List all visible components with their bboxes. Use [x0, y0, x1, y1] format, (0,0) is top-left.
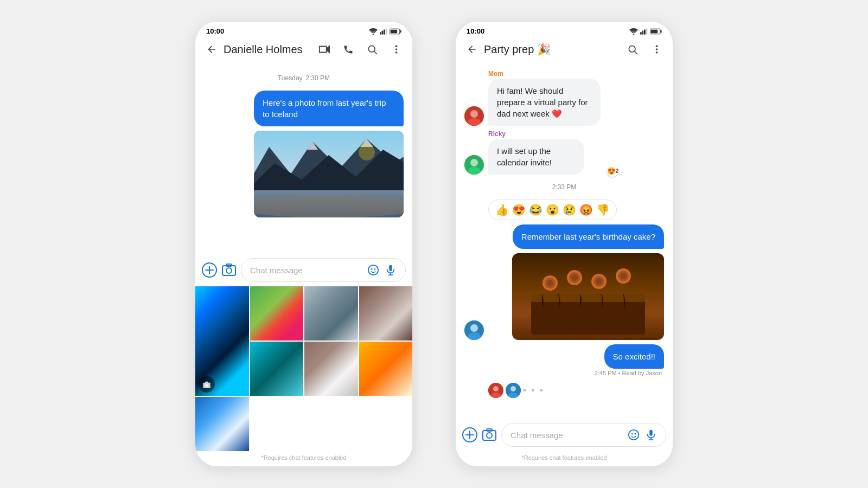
sender-mom: Mom	[488, 70, 503, 78]
reaction-wow[interactable]: 😮	[546, 203, 559, 216]
grid-photo-8[interactable]	[195, 397, 249, 451]
photo-grid-1	[195, 286, 412, 451]
grid-photo-5[interactable]	[250, 342, 304, 396]
video-call-button[interactable]	[317, 42, 332, 57]
mic-icon-2[interactable]	[645, 429, 657, 441]
sent-excited-row: So excited!! 2:45 PM • Read by Jason	[464, 344, 664, 376]
svg-point-56	[470, 324, 478, 332]
svg-point-46	[655, 45, 658, 47]
emoji-icon-2[interactable]	[628, 429, 640, 441]
group-name-text: Party prep	[484, 43, 534, 55]
emoji-icon-1[interactable]	[367, 264, 379, 276]
svg-rect-40	[646, 28, 648, 34]
search-button-1[interactable]	[365, 42, 380, 57]
status-icons-2	[629, 28, 662, 35]
chat-timestamp-1: Tuesday, 2:30 PM	[204, 74, 404, 82]
svg-point-11	[395, 48, 397, 50]
svg-rect-59	[531, 297, 645, 335]
typing-indicator: • • •	[523, 385, 544, 396]
svg-rect-82	[483, 431, 496, 440]
grid-photo-6[interactable]	[304, 342, 358, 396]
svg-point-17	[254, 196, 404, 217]
reaction-count-ricky: 2	[616, 168, 619, 174]
read-receipt: 2:45 PM • Read by Jason	[595, 370, 662, 376]
svg-rect-30	[389, 265, 392, 271]
grid-photo-4[interactable]	[359, 286, 413, 341]
cake-image	[512, 253, 664, 340]
ricky-bubble: I will set up the calendar invite!	[488, 139, 584, 175]
svg-point-50	[470, 110, 478, 118]
avatar-user	[464, 320, 484, 340]
svg-point-10	[395, 45, 397, 47]
svg-rect-1	[380, 32, 381, 34]
reaction-badge-ricky: 😍 2	[607, 165, 618, 177]
footnote-1: *Requires chat features enabled	[195, 451, 412, 466]
toolbar-icons-1	[317, 42, 404, 57]
message-input-1[interactable]: Chat message	[241, 258, 406, 282]
status-bar-1: 10:00	[195, 22, 412, 37]
message-input-2[interactable]: Chat message	[501, 423, 666, 447]
svg-point-87	[634, 433, 636, 435]
more-button-2[interactable]	[649, 42, 664, 57]
svg-point-83	[487, 433, 492, 438]
add-button-1[interactable]	[202, 262, 217, 278]
svg-point-72	[620, 273, 627, 279]
avatar-ricky	[464, 155, 484, 175]
status-icons-1	[369, 28, 401, 35]
svg-point-20	[359, 144, 375, 160]
photo-button-1[interactable]	[221, 262, 237, 278]
svg-point-48	[655, 52, 658, 54]
more-button-1[interactable]	[388, 42, 404, 57]
add-button-2[interactable]	[462, 427, 477, 442]
search-button-2[interactable]	[625, 42, 640, 57]
toolbar-icons-2	[625, 42, 664, 57]
mom-bubble: Hi fam! We should prepare a virtual part…	[488, 79, 601, 126]
chat-area-1: Tuesday, 2:30 PM Here's a photo from las…	[195, 61, 412, 254]
svg-point-0	[373, 34, 374, 35]
reaction-angry[interactable]: 😡	[579, 203, 593, 216]
input-placeholder-1: Chat message	[250, 266, 363, 275]
grid-photo-3[interactable]	[304, 286, 358, 341]
svg-line-45	[635, 52, 637, 54]
grid-photo-2[interactable]	[250, 286, 304, 341]
reaction-laugh[interactable]: 😂	[529, 203, 542, 216]
sent-bubble-3: So excited!!	[604, 344, 664, 369]
toolbar-2: Party prep 🎉	[456, 37, 673, 61]
back-button-2[interactable]	[464, 42, 480, 57]
svg-rect-2	[382, 30, 384, 34]
svg-rect-43	[651, 29, 658, 33]
reaction-bar[interactable]: 👍 😍 😂 😮 😢 😡 👎	[488, 200, 617, 220]
svg-point-77	[510, 386, 516, 391]
group-emoji: 🎉	[537, 43, 551, 55]
sent-bubble-2: Remember last year's birthday cake?	[513, 224, 664, 249]
iceland-photo	[254, 131, 404, 217]
reaction-thumbsup[interactable]: 👍	[495, 203, 509, 216]
back-button-1[interactable]	[204, 42, 219, 57]
sender-ricky: Ricky	[488, 130, 506, 138]
svg-rect-6	[400, 30, 401, 33]
mic-icon-1[interactable]	[385, 264, 397, 276]
phone-button[interactable]	[341, 42, 356, 57]
svg-rect-7	[391, 29, 398, 33]
svg-point-47	[655, 48, 658, 50]
camera-overlay	[199, 376, 215, 393]
grid-photo-1[interactable]	[195, 286, 249, 396]
phones-container: 10:00	[0, 0, 868, 488]
mom-bubble-container: Mom Hi fam! We should prepare a virtual …	[488, 70, 638, 126]
photo-button-2[interactable]	[482, 427, 497, 442]
input-icons-1	[367, 264, 397, 276]
battery-icon-1	[390, 28, 401, 35]
grid-photo-7[interactable]	[359, 342, 413, 396]
sent-bubble-1: Here's a photo from last year's trip to …	[254, 91, 404, 126]
svg-point-85	[629, 430, 639, 440]
input-bar-2: Chat message	[456, 419, 673, 451]
small-avatar-user2	[506, 383, 521, 398]
svg-rect-38	[642, 30, 644, 34]
svg-rect-35	[205, 382, 208, 383]
iceland-image	[254, 131, 404, 217]
reaction-thumbsdown[interactable]: 👎	[596, 203, 610, 216]
wifi-icon-1	[369, 28, 378, 35]
reaction-sad[interactable]: 😢	[563, 203, 576, 216]
reaction-heart-eyes[interactable]: 😍	[512, 203, 526, 216]
svg-rect-4	[386, 28, 387, 34]
